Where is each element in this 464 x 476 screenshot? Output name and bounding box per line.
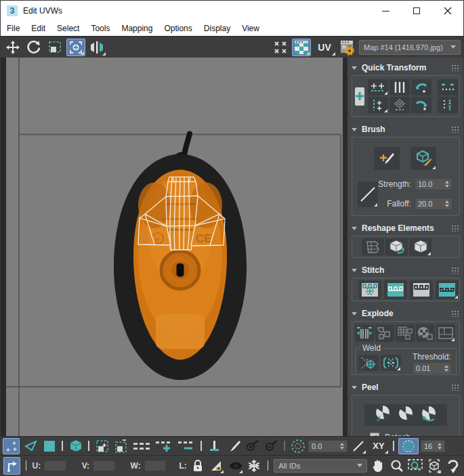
filter-selected-faces-button[interactable] — [228, 458, 243, 474]
falloff-space-button[interactable]: XY — [368, 438, 389, 454]
options-gear-button[interactable] — [338, 39, 357, 56]
edge-mode-button[interactable] — [22, 438, 39, 454]
pan-button[interactable] — [371, 458, 386, 474]
zoom-to-selection-button[interactable] — [445, 458, 461, 474]
uv-space-button[interactable]: UV — [313, 39, 336, 56]
drag-grip-icon[interactable] — [451, 225, 460, 232]
rollout-arrow-icon[interactable] — [352, 386, 357, 389]
align-to-edge-button[interactable] — [206, 438, 223, 454]
relax-button[interactable] — [409, 238, 431, 256]
maximize-button[interactable] — [401, 1, 432, 21]
menu-display[interactable]: Display — [204, 24, 230, 33]
peel-mode-button[interactable] — [396, 405, 415, 425]
minimize-button[interactable] — [370, 1, 401, 21]
menu-edit[interactable]: Edit — [31, 24, 45, 33]
align-vertical-lines-button[interactable] — [389, 79, 410, 95]
hide-selected-button[interactable] — [209, 458, 225, 474]
menu-options[interactable]: Options — [164, 24, 192, 33]
v-coordinate-field[interactable] — [93, 460, 115, 471]
vertex-mode-button[interactable] — [3, 438, 20, 454]
drag-grip-icon[interactable] — [451, 126, 460, 133]
distribute-vertical-button[interactable] — [438, 97, 458, 113]
rollout-arrow-icon[interactable] — [352, 269, 357, 272]
material-id-filter-dropdown[interactable]: All IDs — [274, 459, 366, 473]
close-button[interactable] — [432, 1, 463, 21]
stitch-to-target-button[interactable] — [384, 280, 407, 299]
element-mode-button[interactable] — [67, 438, 84, 454]
drag-grip-icon[interactable] — [451, 267, 460, 274]
move-brush-button[interactable] — [374, 147, 400, 170]
falloff-spinner[interactable]: 20.0 — [415, 198, 452, 210]
spinner-arrows-icon[interactable] — [438, 443, 442, 450]
threshold-spinner[interactable]: 0.01 — [413, 362, 452, 374]
freeze-selected-button[interactable] — [247, 458, 262, 474]
section-title[interactable]: Stitch — [362, 265, 384, 275]
scale-button[interactable] — [45, 39, 64, 56]
align-vertical-button[interactable] — [368, 97, 388, 113]
u-coordinate-field[interactable] — [44, 460, 66, 471]
paint-soft-selection-button[interactable] — [398, 438, 419, 454]
drag-grip-icon[interactable] — [451, 384, 460, 391]
spinner-arrows-icon[interactable] — [444, 365, 448, 372]
menu-mapping[interactable]: Mapping — [121, 24, 152, 33]
mirror-button[interactable] — [87, 39, 106, 56]
rotate-button[interactable] — [24, 39, 43, 56]
section-title[interactable]: Explode — [362, 309, 394, 318]
strength-spinner[interactable]: 10.0 — [415, 178, 452, 190]
distribute-horizontal-button[interactable] — [438, 79, 458, 95]
stitch-custom-button[interactable] — [358, 280, 381, 299]
checker-pattern-button[interactable] — [271, 39, 290, 56]
align-horizontal-button[interactable] — [368, 79, 388, 95]
spinner-arrows-icon[interactable] — [445, 181, 449, 188]
paint-select-button[interactable] — [225, 438, 242, 454]
flatten-custom-button[interactable] — [436, 324, 455, 342]
rollout-arrow-icon[interactable] — [352, 312, 357, 316]
spinner-arrows-icon[interactable] — [445, 200, 449, 207]
move-button[interactable] — [3, 39, 22, 56]
polygon-mode-button[interactable] — [41, 438, 58, 454]
weld-selected-button[interactable] — [381, 355, 401, 371]
w-coordinate-field[interactable] — [144, 460, 167, 471]
menu-view[interactable]: View — [242, 24, 259, 33]
flatten-mapping-button[interactable] — [416, 324, 435, 342]
target-weld-button[interactable] — [358, 355, 379, 371]
shrink-loop-button[interactable] — [176, 438, 196, 454]
rollout-arrow-icon[interactable] — [352, 227, 357, 230]
shrink-selection-button[interactable] — [112, 438, 129, 454]
soft-selection-button[interactable] — [289, 438, 306, 454]
zoom-extents-button[interactable] — [427, 458, 442, 474]
grow-loop-button[interactable] — [154, 438, 174, 454]
space-elements-button[interactable] — [389, 97, 410, 113]
move-selected-button[interactable] — [355, 87, 364, 106]
grow-selection-button[interactable] — [93, 438, 110, 454]
drag-grip-icon[interactable] — [451, 310, 460, 317]
zoom-button[interactable] — [389, 458, 404, 474]
relax-until-flat-button[interactable] — [385, 238, 408, 256]
menu-file[interactable]: File — [7, 24, 20, 33]
menu-select[interactable]: Select — [57, 24, 79, 33]
absolute-offset-toggle-button[interactable] — [3, 457, 20, 475]
relax-brush-button[interactable] — [410, 147, 436, 170]
stitch-to-average-button[interactable] — [436, 280, 459, 299]
freeform-mode-button[interactable] — [66, 39, 85, 56]
flatten-by-polygon-button[interactable] — [396, 324, 415, 342]
section-title[interactable]: Quick Transform — [362, 63, 426, 72]
quick-peel-button[interactable] — [373, 405, 392, 425]
rotate-cw-button[interactable] — [411, 97, 431, 113]
grow-paint-size-button[interactable] — [244, 438, 261, 454]
drag-grip-icon[interactable] — [451, 64, 460, 71]
lock-selection-button[interactable] — [190, 458, 206, 474]
rotate-ccw-button[interactable] — [411, 79, 431, 95]
straighten-selection-button[interactable] — [362, 238, 384, 256]
flatten-by-smoothing-group-button[interactable] — [375, 324, 394, 342]
brush-falloff-curve-button[interactable] — [358, 181, 378, 207]
soft-selection-value-spinner[interactable]: 0.0 — [308, 440, 347, 452]
brush-size-spinner[interactable]: 16 — [421, 440, 445, 452]
show-map-button[interactable] — [292, 39, 311, 56]
rollout-arrow-icon[interactable] — [352, 66, 357, 70]
menu-tools[interactable]: Tools — [91, 24, 110, 33]
rollout-arrow-icon[interactable] — [352, 128, 357, 131]
shrink-paint-size-button[interactable] — [263, 438, 280, 454]
map-selector-dropdown[interactable]: Map #14 (1416.970.jpg) — [359, 40, 461, 55]
section-title[interactable]: Brush — [362, 125, 385, 134]
